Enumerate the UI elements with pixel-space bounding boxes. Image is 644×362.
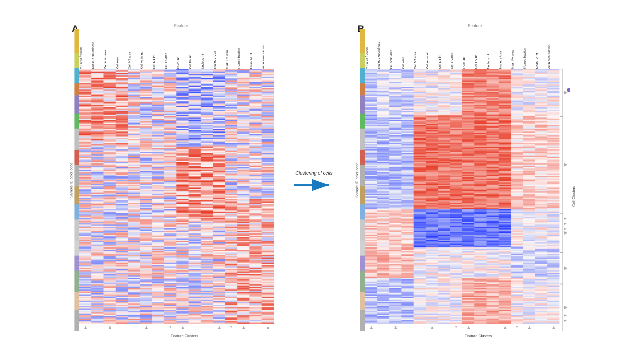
panel-b-heatmap-wrapper: Sample ID color code MT area fractionNuc… — [354, 29, 576, 339]
main-container: A Feature Sample ID color code MT area f… — [0, 0, 644, 362]
col-header-5: Cell Actin int — [426, 51, 438, 69]
col-header-15: Actin area fraction — [262, 43, 274, 69]
panel-a: A Feature Sample ID color code MT area f… — [68, 23, 274, 339]
bottom-tri-6: ▲ — [551, 324, 556, 330]
col-header-11: Nucleus Area — [499, 50, 511, 69]
bottom-tri-6: ▲ — [266, 324, 270, 330]
col-header-14: Mean FA int — [535, 52, 547, 69]
col-header-9: Cell FA int — [474, 54, 486, 69]
panel-a-bottom-tri: ▲▲▲▲▲▲▲▼▼▼ — [79, 324, 274, 331]
arrow-container: Clustering of cells — [294, 170, 334, 192]
panel-b-canvas-area: MT area fractionNucleus RoundnessCell Ac… — [365, 29, 559, 331]
col-header-3: Cell Area — [401, 55, 414, 69]
bottom-tri-2: ▲ — [144, 324, 149, 330]
col-header-0: MT area fraction — [365, 46, 377, 69]
bottom-tri-0: ▲ — [369, 324, 374, 330]
bottom-tri-3: ▲ — [466, 324, 471, 330]
col-header-1: Nucleus Roundness — [377, 41, 389, 69]
col-header-13: FA area fraction — [237, 47, 249, 69]
bottom-tri-3: ▲ — [180, 324, 185, 330]
panel-a-x-label: Feature Clusters — [95, 333, 274, 339]
panel-b-axes: Sample ID color code MT area fractionNuc… — [354, 29, 576, 331]
panel-a-heatmap-wrapper: Sample ID color code MT area fractionNuc… — [68, 29, 274, 339]
col-header-9: Cell FA int — [189, 54, 201, 69]
col-header-3: Cell Area — [116, 55, 128, 69]
col-header-2: Cell Actin area — [104, 48, 116, 69]
bottom-tri-0: ▲ — [83, 324, 88, 330]
panel-b-dendro — [560, 69, 570, 331]
panel-b: B Feature Sample ID color code MT area f… — [354, 23, 576, 339]
col-header-10: Nucleus Int — [201, 53, 213, 69]
col-header-13: FA area fraction — [523, 47, 535, 69]
panel-b-right: Cell Clusters — [560, 29, 576, 331]
panel-a-col-headers: MT area fractionNucleus RoundnessCell Ac… — [79, 29, 274, 69]
col-header-6: Cell MT int — [438, 53, 450, 69]
panel-b-x-label: Feature Clusters — [381, 333, 576, 339]
bottom-tri-5: ▲ — [241, 324, 246, 330]
panel-b-y-label: Sample ID color code — [354, 29, 360, 331]
col-header-12: Mean FA area — [511, 49, 523, 69]
col-header-2: Cell Actin area — [389, 48, 401, 69]
panel-a-sidebar — [74, 29, 79, 331]
col-header-14: Mean FA int — [250, 52, 262, 69]
col-header-6: Cell MT int — [152, 53, 164, 69]
col-header-15: Actin area fraction — [547, 43, 559, 69]
panel-a-feature-label: Feature — [174, 23, 188, 28]
arrow-label: Clustering of cells — [296, 170, 333, 176]
bottom-tri-2: ▲ — [430, 324, 434, 330]
col-header-0: MT area fraction — [79, 46, 91, 69]
bottom-tri-4: ▲ — [217, 324, 222, 330]
bottom-tri-down-0: ▼ — [108, 324, 112, 329]
panel-b-heatmap-canvas — [365, 69, 559, 324]
cell-clusters-label: Cell Clusters — [572, 69, 576, 324]
col-header-8: FA count — [176, 56, 189, 69]
col-header-8: FA count — [462, 56, 474, 69]
panel-a-axes: Sample ID color code MT area fractionNuc… — [68, 29, 274, 331]
bottom-tri-4: ▲ — [503, 324, 507, 330]
panel-b-sidebar — [360, 29, 365, 331]
bottom-tri-down-1: ▼ — [168, 324, 172, 329]
panel-a-heatmap-canvas — [79, 69, 274, 324]
col-header-4: Cell MT area — [414, 51, 426, 69]
panel-a-canvas-area: MT area fractionNucleus RoundnessCell Ac… — [79, 29, 274, 331]
bottom-tri-down-0: ▼ — [393, 324, 397, 329]
col-header-11: Nucleus Area — [213, 50, 225, 69]
col-header-7: Cell FA area — [164, 51, 176, 69]
arrow-icon — [294, 178, 334, 192]
bottom-tri-down-2: ▼ — [515, 324, 519, 329]
panel-b-bottom-tri: ▲▲▲▲▲▲▲▼▼▼ — [365, 324, 559, 331]
col-header-10: Nucleus Int — [487, 53, 499, 69]
col-header-12: Mean FA area — [225, 49, 237, 69]
bottom-tri-down-2: ▼ — [229, 324, 233, 329]
col-header-7: Cell FA area — [450, 51, 462, 69]
bottom-tri-5: ▲ — [527, 324, 532, 330]
col-header-4: Cell MT area — [128, 51, 140, 69]
panel-b-feature-label: Feature — [468, 23, 482, 28]
panel-b-col-headers: MT area fractionNucleus RoundnessCell Ac… — [365, 29, 559, 69]
panel-a-y-label: Sample ID color code — [68, 29, 74, 331]
col-header-1: Nucleus Roundness — [91, 41, 103, 69]
bottom-tri-down-1: ▼ — [454, 324, 458, 329]
col-header-5: Cell Actin int — [140, 51, 152, 69]
